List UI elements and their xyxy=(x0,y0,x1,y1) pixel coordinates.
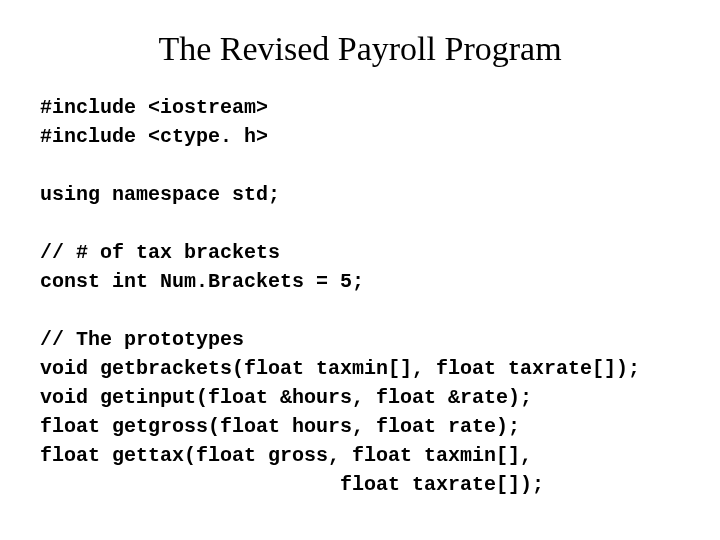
slide: The Revised Payroll Program #include <io… xyxy=(0,0,720,519)
code-line: float getgross(float hours, float rate); xyxy=(40,415,520,438)
code-line: #include <iostream> xyxy=(40,96,268,119)
code-line: using namespace std; xyxy=(40,183,280,206)
code-block: #include <iostream> #include <ctype. h> … xyxy=(40,93,680,499)
code-line: void getinput(float &hours, float &rate)… xyxy=(40,386,532,409)
slide-title: The Revised Payroll Program xyxy=(40,30,680,68)
code-line: #include <ctype. h> xyxy=(40,125,268,148)
code-line: // The prototypes xyxy=(40,328,244,351)
code-line: float taxrate[]); xyxy=(40,473,544,496)
code-line: float gettax(float gross, float taxmin[]… xyxy=(40,444,532,467)
code-line: void getbrackets(float taxmin[], float t… xyxy=(40,357,640,380)
code-line: const int Num.Brackets = 5; xyxy=(40,270,364,293)
code-line: // # of tax brackets xyxy=(40,241,280,264)
